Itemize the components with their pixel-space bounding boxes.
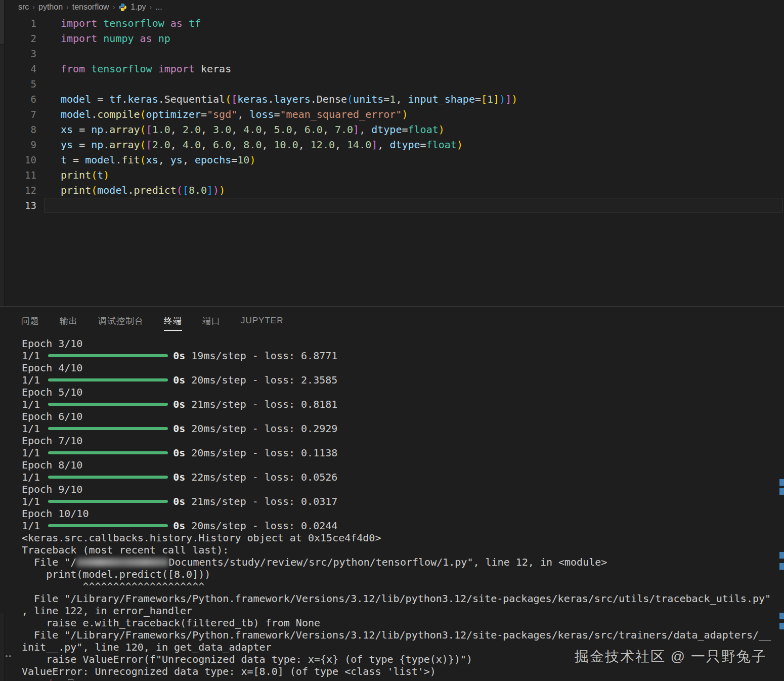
code-line-content	[36, 76, 61, 92]
terminal-line: , line 122, in error_handler	[22, 605, 784, 617]
terminal-output[interactable]: Epoch 3/101/1 0s 19ms/step - loss: 6.877…	[22, 337, 784, 681]
line-number[interactable]: 5	[0, 76, 36, 92]
breadcrumb-separator: ›	[32, 3, 35, 11]
terminal-cursor	[68, 679, 73, 681]
terminal-line: Epoch 3/10	[22, 337, 784, 350]
code-line[interactable]: 2import numpy as np	[0, 31, 784, 46]
shell-prompt[interactable]: ○ → review	[5, 677, 784, 681]
progress-bar	[48, 403, 168, 406]
panel-tab-问题[interactable]: 问题	[21, 307, 39, 334]
terminal-progress-line: 1/1 0s 20ms/step - loss: 0.0244	[22, 520, 784, 532]
terminal-line: Epoch 8/10	[22, 459, 784, 471]
terminal-line: ^^^^^^^^^^^^^^^^^^^^	[22, 580, 784, 592]
panel-tab-端口[interactable]: 端口	[202, 307, 221, 334]
breadcrumb-separator: ›	[66, 3, 69, 11]
line-number[interactable]: 3	[0, 46, 36, 61]
code-line[interactable]: 9ys = np.array([2.0, 4.0, 6.0, 8.0, 10.0…	[0, 137, 784, 152]
code-line[interactable]: 12print(model.predict([8.0]))	[0, 183, 784, 198]
terminal-line: raise e.with_traceback(filtered_tb) from…	[22, 617, 784, 629]
terminal-progress-line: 1/1 0s 20ms/step - loss: 0.2929	[22, 422, 784, 435]
code-line[interactable]: 7model.compile(optimizer="sgd", loss="me…	[0, 107, 784, 122]
bottom-panel: 问题输出调试控制台终端端口JUPYTER Epoch 3/101/1 0s 19…	[0, 306, 784, 681]
line-number[interactable]: 7	[0, 107, 36, 122]
progress-bar	[48, 427, 168, 430]
panel-tab-JUPYTER[interactable]: JUPYTER	[241, 307, 283, 334]
panel-tabbar: 问题输出调试控制台终端端口JUPYTER	[21, 307, 283, 334]
terminal-line: Epoch 6/10	[22, 410, 784, 422]
terminal-progress-line: 1/1 0s 20ms/step - loss: 2.3585	[22, 374, 784, 386]
prompt-directory: review	[29, 677, 66, 681]
line-number[interactable]: 9	[0, 137, 36, 152]
python-icon	[118, 3, 127, 12]
breadcrumb-item[interactable]: tensorflow	[72, 3, 109, 12]
line-number[interactable]: 13	[0, 198, 36, 213]
line-number[interactable]: 4	[0, 61, 36, 76]
terminal-line: File "/Documents/study/review/src/python…	[22, 556, 784, 568]
code-line[interactable]: 13	[0, 198, 784, 213]
terminal-progress-line: 1/1 0s 21ms/step - loss: 0.0317	[22, 495, 784, 507]
line-number[interactable]: 11	[0, 167, 36, 183]
redacted-path-segment	[76, 558, 168, 567]
terminal-link-mark	[779, 563, 784, 570]
current-line-highlight	[45, 198, 782, 212]
progress-bar	[48, 354, 168, 357]
code-line[interactable]: 1import tensorflow as tf	[0, 16, 784, 31]
code-line-content: ys = np.array([2.0, 4.0, 6.0, 8.0, 10.0,…	[36, 137, 463, 152]
code-line-content: print(model.predict([8.0]))	[36, 183, 225, 198]
panel-tab-调试控制台[interactable]: 调试控制台	[98, 307, 144, 334]
terminal-line: File "/Library/Frameworks/Python.framewo…	[22, 592, 784, 605]
terminal-line: Epoch 9/10	[22, 483, 784, 495]
progress-bar	[48, 378, 168, 381]
watermark: 掘金技术社区 @ 一只野兔子	[575, 647, 767, 666]
vscode-window: src›python›tensorflow›1.py›... 1import t…	[0, 0, 784, 681]
terminal-link-mark	[779, 552, 784, 559]
code-line[interactable]: 10t = model.fit(xs, ys, epochs=10)	[0, 152, 784, 167]
line-number[interactable]: 1	[0, 16, 36, 31]
breadcrumb-item[interactable]: ...	[155, 3, 162, 12]
breadcrumb-item[interactable]: src	[18, 3, 29, 12]
terminal-link-mark	[779, 623, 784, 629]
code-line-content: print(t)	[36, 167, 109, 183]
line-number[interactable]: 12	[0, 183, 36, 198]
breadcrumb: src›python›tensorflow›1.py›...	[18, 0, 162, 14]
code-line[interactable]: 3	[0, 46, 784, 61]
code-line-content: model = tf.keras.Sequential([keras.layer…	[36, 92, 517, 107]
terminal-progress-line: 1/1 0s 21ms/step - loss: 0.8181	[22, 398, 784, 410]
code-lines[interactable]: 1import tensorflow as tf2import numpy as…	[0, 16, 784, 213]
code-line-content: t = model.fit(xs, ys, epochs=10)	[36, 152, 255, 167]
code-line[interactable]: 11print(t)	[0, 167, 784, 183]
breadcrumb-item[interactable]: python	[38, 3, 63, 12]
panel-tab-输出[interactable]: 输出	[60, 307, 78, 334]
line-number[interactable]: 8	[0, 122, 36, 137]
code-line[interactable]: 6model = tf.keras.Sequential([keras.laye…	[0, 92, 784, 107]
terminal-line: ValueError: Unrecognized data type: x=[8…	[22, 665, 784, 677]
terminal-line: Traceback (most recent call last):	[22, 544, 784, 556]
terminal-progress-line: 1/1 0s 22ms/step - loss: 0.0526	[22, 471, 784, 483]
progress-bar	[48, 451, 168, 454]
code-line-content: import numpy as np	[36, 31, 170, 46]
breadcrumb-item[interactable]: 1.py	[130, 3, 146, 12]
code-line-content: xs = np.array([1.0, 2.0, 3.0, 4.0, 5.0, …	[36, 122, 445, 137]
terminal-link-mark	[779, 488, 784, 495]
line-number[interactable]: 6	[0, 92, 36, 107]
left-edge-strip	[0, 0, 5, 306]
panel-tab-终端[interactable]: 终端	[164, 307, 182, 334]
breadcrumb-separator: ›	[113, 3, 115, 11]
progress-bar	[48, 476, 168, 479]
terminal-link-mark	[779, 613, 784, 619]
editor-pane[interactable]: src›python›tensorflow›1.py›... 1import t…	[0, 0, 784, 306]
terminal-line: Epoch 7/10	[22, 435, 784, 447]
code-line[interactable]: 4from tensorflow import keras	[0, 61, 784, 76]
terminal-line: print(model.predict([8.0]))	[22, 568, 784, 580]
line-number[interactable]: 10	[0, 152, 36, 167]
left-edge-strip-bottom	[0, 613, 5, 681]
terminal-progress-line: 1/1 0s 20ms/step - loss: 0.1138	[22, 447, 784, 459]
line-number[interactable]: 2	[0, 31, 36, 46]
terminal-progress-line: 1/1 0s 19ms/step - loss: 6.8771	[22, 350, 784, 362]
breadcrumb-separator: ›	[150, 3, 152, 11]
code-line[interactable]: 8xs = np.array([1.0, 2.0, 3.0, 4.0, 5.0,…	[0, 122, 784, 137]
left-edge-strip-top	[0, 0, 4, 45]
terminal-line: Epoch 4/10	[22, 362, 784, 374]
progress-bar	[48, 500, 168, 503]
code-line[interactable]: 5	[0, 76, 784, 92]
